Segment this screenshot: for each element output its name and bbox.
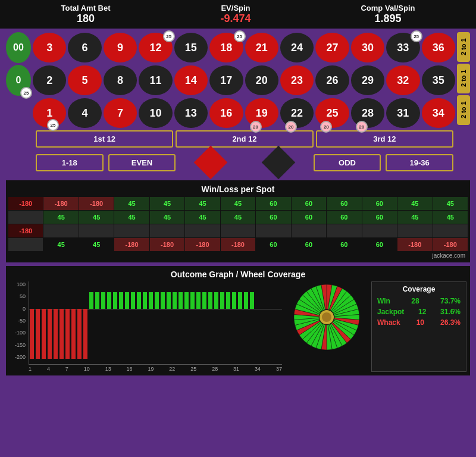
- cell-20[interactable]: 20: [245, 65, 278, 96]
- bet-even[interactable]: EVEN: [108, 154, 176, 171]
- cell-16[interactable]: 16: [209, 98, 243, 129]
- bar-positive: [208, 292, 212, 309]
- side-bet-top[interactable]: 2 to 1: [457, 32, 470, 62]
- wl-cell-2-10: [362, 224, 397, 237]
- wl-cell-0-4: 45: [150, 197, 184, 210]
- cell-36[interactable]: 36: [422, 32, 455, 63]
- bet-1-18[interactable]: 1-18: [36, 154, 104, 171]
- wl-cell-0-6: 45: [221, 197, 255, 210]
- single-zero[interactable]: 0 25: [6, 65, 31, 96]
- wl-cell-1-4: 45: [150, 211, 184, 224]
- dozen-3rd[interactable]: 3rd 12: [316, 130, 453, 148]
- black-diamond-cell[interactable]: [246, 151, 311, 174]
- cell-18[interactable]: 18 25: [209, 32, 243, 63]
- side-bets: 2 to 1 2 to 1 2 to 1: [457, 32, 470, 129]
- cell-34[interactable]: 34: [422, 98, 455, 129]
- cell-6[interactable]: 6: [68, 32, 101, 63]
- bar-group: [89, 281, 94, 364]
- dozen-row: 1st 12 2nd 12 3rd 12: [35, 130, 455, 148]
- bar-positive: [95, 292, 99, 309]
- cell-30[interactable]: 30: [351, 32, 384, 63]
- wl-cell-1-12: 45: [433, 211, 468, 224]
- wl-cell-3-7: 60: [256, 238, 290, 251]
- cell-25[interactable]: 25 20: [315, 98, 349, 129]
- cell-29[interactable]: 29: [351, 65, 384, 96]
- wl-cell-1-3: 45: [114, 211, 149, 224]
- wl-cell-1-8: 60: [292, 211, 326, 224]
- bar-negative: [77, 309, 82, 359]
- side-bet-bot[interactable]: 2 to 1: [457, 95, 470, 125]
- wl-cell-3-2: 45: [79, 238, 114, 251]
- coverage-win-row: Win 28 73.7%: [375, 296, 463, 306]
- cell-35[interactable]: 35: [422, 65, 455, 96]
- bar-group: [136, 281, 142, 364]
- cell-26[interactable]: 26: [315, 65, 349, 96]
- side-bet-mid[interactable]: 2 to 1: [457, 64, 470, 93]
- wl-cell-0-8: 60: [292, 197, 326, 210]
- bet-odd[interactable]: ODD: [314, 154, 381, 171]
- cell-22[interactable]: 22 20: [280, 98, 314, 129]
- chip-19: 20: [250, 121, 262, 133]
- cell-32[interactable]: 32: [386, 65, 419, 96]
- cell-4[interactable]: 4: [68, 98, 101, 129]
- cell-24[interactable]: 24: [280, 32, 314, 63]
- cell-10[interactable]: 10: [139, 98, 172, 129]
- bar-positive: [214, 292, 218, 309]
- cell-23[interactable]: 23: [280, 65, 314, 96]
- bar-group: [130, 281, 136, 364]
- cell-8[interactable]: 8: [104, 65, 137, 96]
- cell-13[interactable]: 13: [174, 98, 208, 129]
- bar-negative: [54, 309, 58, 359]
- ev-spin-label: EV/Spin: [220, 4, 250, 12]
- cell-14[interactable]: 14: [174, 65, 208, 96]
- cell-27[interactable]: 27: [315, 32, 349, 63]
- cell-21[interactable]: 21: [245, 32, 278, 63]
- winloss-section: Win/Loss per Spot -180-180-1804545454560…: [6, 180, 470, 262]
- wl-cell-1-2: 45: [79, 211, 114, 224]
- coverage-whack-pct: 26.3%: [440, 318, 461, 327]
- double-zero[interactable]: 00: [6, 32, 31, 63]
- bar-group: [196, 281, 201, 364]
- cell-7[interactable]: 7: [104, 98, 137, 129]
- red-diamond-cell[interactable]: [178, 151, 243, 174]
- coverage-jackpot-row: Jackpot 12 31.6%: [375, 306, 463, 317]
- wl-cell-0-12: 45: [433, 197, 468, 210]
- cell-17[interactable]: 17: [209, 65, 243, 96]
- bar-group: [118, 281, 124, 364]
- cell-12[interactable]: 12 25: [139, 32, 172, 63]
- cell-19[interactable]: 19 20: [245, 98, 278, 129]
- coverage-jackpot-value: 12: [418, 308, 426, 316]
- coverage-win-label: Win: [377, 297, 390, 305]
- wl-cell-0-3: 45: [114, 197, 149, 210]
- bet-19-36[interactable]: 19-36: [386, 154, 453, 171]
- wl-cell-3-1: 45: [43, 238, 78, 251]
- dozen-1st[interactable]: 1st 12: [36, 130, 173, 148]
- total-amt-label: Total Amt Bet: [61, 4, 110, 12]
- cell-1[interactable]: 1 25: [33, 98, 66, 129]
- bar-group: [154, 281, 159, 364]
- wheel-area: [288, 281, 365, 372]
- cell-28[interactable]: 28 20: [351, 98, 384, 129]
- bars-container: [29, 281, 282, 365]
- wl-cell-2-6: [221, 224, 255, 237]
- cell-33[interactable]: 33 25: [386, 32, 419, 63]
- cell-9[interactable]: 9: [104, 32, 137, 63]
- wl-cell-1-6: 45: [221, 211, 255, 224]
- dozen-2nd[interactable]: 2nd 12: [176, 130, 313, 148]
- wl-cell-3-6: -180: [221, 238, 255, 251]
- cell-31[interactable]: 31: [386, 98, 419, 129]
- cell-11[interactable]: 11: [139, 65, 172, 96]
- cell-2[interactable]: 2: [33, 65, 66, 96]
- bar-group: [142, 281, 148, 364]
- cell-15[interactable]: 15: [174, 32, 208, 63]
- bar-group: [214, 281, 219, 364]
- bar-positive: [178, 292, 183, 309]
- bar-group: [71, 281, 76, 364]
- wl-cell-3-9: 60: [327, 238, 361, 251]
- comp-val-label: Comp Val/Spin: [361, 4, 415, 12]
- cell-3[interactable]: 3: [33, 32, 66, 63]
- wl-cell-0-7: 60: [256, 197, 290, 210]
- cell-5[interactable]: 5: [68, 65, 101, 96]
- chip-1: 25: [47, 119, 59, 131]
- bar-group: [184, 281, 189, 364]
